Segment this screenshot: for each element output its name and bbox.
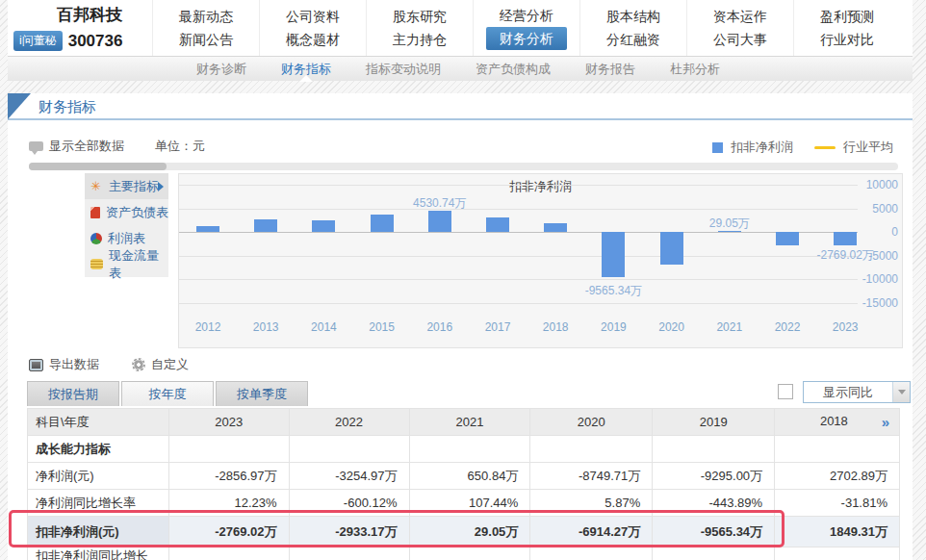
chart-bar-2018[interactable] bbox=[544, 223, 567, 232]
tab-按年度[interactable]: 按年度 bbox=[121, 381, 214, 406]
nav-group-2: 股东研究主力持仓 bbox=[366, 0, 473, 56]
year-header-2022: 2022 bbox=[289, 409, 409, 436]
chart-x-label: 2019 bbox=[584, 320, 642, 334]
cell-value: -617.24% bbox=[653, 547, 775, 560]
yoy-dropdown-label: 显示同比 bbox=[804, 384, 892, 401]
sidebar-item-现金流量表[interactable]: 现金流量表 bbox=[85, 251, 168, 277]
nav-group-6: 盈利预测行业对比 bbox=[793, 0, 900, 56]
cell-value: -6914.27万 bbox=[530, 517, 653, 547]
subnav-item-财务报告[interactable]: 财务报告 bbox=[585, 61, 635, 78]
chart-annotation: 29.05万 bbox=[682, 216, 778, 232]
chart-y-label: -10000 bbox=[858, 272, 898, 286]
chart-y-label: 0 bbox=[858, 225, 898, 239]
chart-bar-2012[interactable] bbox=[196, 226, 219, 232]
nav-group-1: 公司资料概念题材 bbox=[259, 0, 366, 56]
yoy-dropdown[interactable]: 显示同比 bbox=[803, 381, 911, 403]
stock-code: 300736 bbox=[68, 32, 123, 51]
cell-value: -9565.34万 bbox=[653, 517, 775, 547]
nav-group-4: 股本结构分红融资 bbox=[579, 0, 686, 56]
nav-item-行业对比[interactable]: 行业对比 bbox=[820, 30, 874, 49]
year-header-2018: 2018» bbox=[775, 409, 900, 436]
chart-x-label: 2013 bbox=[237, 320, 295, 334]
nav-item-公司大事[interactable]: 公司大事 bbox=[713, 30, 767, 49]
cell-value: 100.42% bbox=[409, 547, 530, 560]
sidebar-item-主要指标[interactable]: ✳主要指标 bbox=[85, 173, 168, 199]
cell-value: -10196.23% bbox=[289, 547, 409, 560]
yoy-checkbox[interactable] bbox=[778, 384, 793, 399]
year-header-2023: 2023 bbox=[168, 409, 289, 436]
nav-item-资本运作[interactable]: 资本运作 bbox=[713, 7, 767, 26]
chart-y-label: 5000 bbox=[858, 202, 898, 216]
chart-bar-2020[interactable] bbox=[660, 232, 683, 265]
chart-bar-2023[interactable] bbox=[834, 232, 857, 245]
cell-value bbox=[653, 436, 775, 463]
table-row: 净利润(元)-2856.97万-3254.97万650.84万-8749.71万… bbox=[28, 463, 900, 490]
nav-item-盈利预测[interactable]: 盈利预测 bbox=[820, 7, 874, 26]
chart-bar-2017[interactable] bbox=[486, 217, 509, 232]
nav-item-公司资料[interactable]: 公司资料 bbox=[286, 7, 340, 26]
year-header-2021: 2021 bbox=[409, 409, 530, 436]
subnav-item-指标变动说明[interactable]: 指标变动说明 bbox=[366, 61, 441, 78]
main-card: 财务指标 显示全部数据单位：元 扣非净利润 行业平均 ✳主要指标资产负债表利润表… bbox=[8, 93, 913, 560]
nav-item-股本结构[interactable]: 股本结构 bbox=[606, 7, 660, 26]
sidebar-item-资产负债表[interactable]: 资产负债表 bbox=[85, 199, 168, 225]
cell-value: -48.89% bbox=[775, 547, 900, 560]
subnav-item-资产负债构成[interactable]: 资产负债构成 bbox=[476, 61, 551, 78]
table-header-row: 科目\年度202320222021202020192018» bbox=[28, 409, 900, 436]
tab-按单季度[interactable]: 按单季度 bbox=[216, 381, 308, 406]
cell-value: -600.12% bbox=[289, 490, 409, 517]
nav-item-经营分析[interactable]: 经营分析 bbox=[500, 6, 553, 25]
scrollbar-thumb[interactable] bbox=[29, 163, 167, 170]
site-header: 百邦科技 i问董秘 300736 最新动态新闻公告公司资料概念题材股东研究主力持… bbox=[8, 0, 913, 56]
cell-value: 107.44% bbox=[409, 490, 530, 517]
nav-item-分红融资[interactable]: 分红融资 bbox=[606, 30, 660, 49]
more-years-icon[interactable]: » bbox=[882, 414, 887, 430]
chart-bar-2016[interactable] bbox=[428, 211, 451, 232]
chart-y-label: 10000 bbox=[858, 178, 898, 191]
nav-item-最新动态[interactable]: 最新动态 bbox=[179, 7, 233, 26]
cell-value: 5.87% bbox=[530, 490, 653, 517]
cell-value: -443.89% bbox=[653, 490, 775, 517]
chart-y-label: -15000 bbox=[858, 296, 898, 310]
show-all-data-link[interactable]: 显示全部数据 bbox=[49, 139, 124, 153]
financial-table: 科目\年度202320222021202020192018» 成长能力指标净利润… bbox=[27, 408, 900, 560]
chart-bar-2022[interactable] bbox=[776, 232, 799, 245]
subnav-item-财务诊断[interactable]: 财务诊断 bbox=[196, 61, 246, 78]
customize-link[interactable]: 自定义 bbox=[151, 356, 189, 373]
nav-item-财务分析[interactable]: 财务分析 bbox=[486, 27, 567, 50]
subnav-item-杜邦分析[interactable]: 杜邦分析 bbox=[670, 61, 720, 78]
chart-bar-2019[interactable] bbox=[602, 232, 625, 277]
nav-item-股东研究[interactable]: 股东研究 bbox=[393, 7, 447, 26]
report-sidebar: ✳主要指标资产负债表利润表现金流量表 bbox=[85, 173, 168, 277]
cell-value: 27.72% bbox=[530, 547, 653, 560]
table-corner-header: 科目\年度 bbox=[28, 409, 169, 436]
chart-controls-row: 显示全部数据单位：元 扣非净利润 行业平均 bbox=[29, 138, 893, 157]
ask-secretary-badge[interactable]: i问董秘 bbox=[13, 31, 63, 51]
chart-x-label: 2012 bbox=[179, 320, 237, 334]
cell-value: 5.60% bbox=[168, 547, 289, 560]
asterisk-icon: ✳ bbox=[90, 180, 103, 192]
chart-grid-line bbox=[179, 185, 858, 186]
row-label: 扣非净利润(元) bbox=[28, 517, 169, 547]
cell-value: -9295.00万 bbox=[653, 463, 775, 490]
chart-bar-2015[interactable] bbox=[371, 215, 394, 232]
table-row: 成长能力指标 bbox=[28, 436, 900, 463]
export-data-link[interactable]: 导出数据 bbox=[49, 356, 99, 373]
nav-item-概念题材[interactable]: 概念题材 bbox=[286, 30, 340, 49]
chart-grid-line bbox=[179, 209, 858, 210]
speech-bubble-icon bbox=[29, 141, 43, 151]
chart-x-label: 2022 bbox=[759, 320, 816, 334]
cell-value: 650.84万 bbox=[409, 463, 530, 490]
nav-item-新闻公告[interactable]: 新闻公告 bbox=[179, 30, 233, 49]
tab-按报告期[interactable]: 按报告期 bbox=[27, 381, 119, 406]
horizontal-scrollbar[interactable] bbox=[29, 163, 898, 170]
active-tab-notch bbox=[299, 75, 313, 82]
sub-nav: 财务诊断财务指标指标变动说明资产负债构成财务报告杜邦分析 bbox=[8, 56, 913, 81]
nav-item-主力持仓[interactable]: 主力持仓 bbox=[393, 30, 447, 49]
cell-value: -2933.17万 bbox=[289, 517, 409, 547]
chart-annotation: -9565.34万 bbox=[565, 283, 661, 299]
chart-bar-2013[interactable] bbox=[254, 219, 277, 232]
cell-value bbox=[289, 436, 409, 463]
chart-x-label: 2020 bbox=[643, 320, 701, 334]
chart-bar-2014[interactable] bbox=[312, 220, 335, 232]
